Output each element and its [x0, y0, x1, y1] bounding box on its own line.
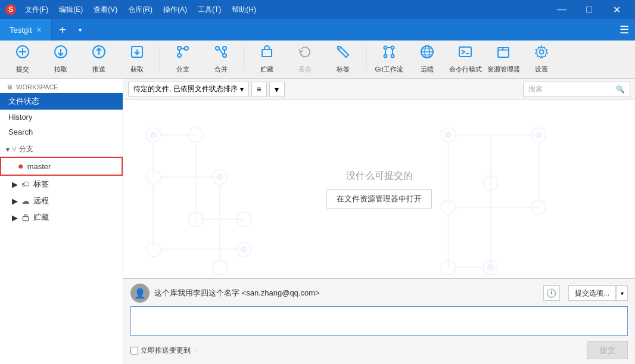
minimize-button[interactable]: —: [548, 0, 575, 19]
tag-label: 标签: [337, 65, 350, 74]
close-button[interactable]: ✕: [603, 0, 630, 19]
gitflow-icon: [382, 45, 396, 63]
tab-dropdown-button[interactable]: ▾: [73, 19, 88, 41]
branch-master-label: master: [27, 162, 51, 171]
svg-point-18: [339, 48, 341, 49]
fetch-label: 获取: [130, 65, 144, 74]
fetch-button[interactable]: 获取: [119, 43, 155, 76]
sidebar-item-history[interactable]: History: [0, 110, 123, 125]
app-logo: S: [5, 4, 17, 15]
gitflow-button[interactable]: Git工作流: [371, 43, 407, 76]
svg-point-36: [150, 132, 156, 138]
menu-file[interactable]: 文件(F): [20, 4, 53, 16]
tab-testgit[interactable]: Testgit ×: [0, 19, 52, 41]
hamburger-menu-button[interactable]: ☰: [614, 19, 635, 41]
push-label: 推送: [92, 65, 105, 74]
view-dropdown-button[interactable]: ▾: [269, 82, 285, 97]
commit-options-dropdown-button[interactable]: ▾: [616, 285, 628, 301]
view-mode-button[interactable]: ≡: [251, 82, 267, 97]
branch-icon: [176, 45, 190, 63]
sidebar-item-search[interactable]: Search: [0, 125, 123, 139]
push-checkbox[interactable]: [130, 347, 138, 354]
monitor-icon: 🖥: [6, 83, 13, 91]
tags-section[interactable]: ▶ 🏷 标签: [0, 176, 123, 192]
remote-section[interactable]: ▶ ☁ 远程: [0, 192, 123, 209]
commit-header: 👤 这个库我用李四这个名字 <san.zhang@qq.com> 🕐 提交选项.…: [130, 284, 628, 303]
svg-point-33: [540, 50, 544, 54]
search-placeholder: 搜索: [528, 84, 543, 94]
commit-footer: 立即推送变更到 · 提交: [130, 341, 628, 359]
menu-actions[interactable]: 操作(A): [158, 4, 192, 16]
remote-label: 远端: [421, 65, 434, 74]
filter-select[interactable]: 待定的文件, 已依照文件状态排序 ▾: [128, 82, 249, 97]
maximize-button[interactable]: □: [575, 0, 603, 19]
svg-point-11: [178, 54, 181, 57]
terminal-label: 命令行模式: [449, 65, 482, 74]
branch-dot-icon: ●: [18, 161, 24, 172]
menu-edit[interactable]: 编辑(E): [54, 4, 88, 16]
window-controls: — □ ✕: [548, 0, 630, 19]
push-icon: [92, 45, 106, 63]
menu-repo[interactable]: 仓库(R): [123, 4, 157, 16]
svg-point-10: [185, 46, 188, 50]
content-search[interactable]: 搜索 🔍: [523, 82, 630, 97]
commit-area: 👤 这个库我用李四这个名字 <san.zhang@qq.com> 🕐 提交选项.…: [123, 278, 635, 364]
branches-section[interactable]: ▾ ⑂ 分支: [0, 139, 123, 157]
remote-button[interactable]: 远端: [409, 43, 445, 76]
svg-point-15: [223, 46, 226, 50]
stash-button[interactable]: 贮藏: [249, 43, 285, 76]
expand-icon-stash: ▶: [12, 213, 18, 222]
svg-point-56: [446, 132, 452, 138]
commit-submit-button[interactable]: 提交: [587, 341, 628, 359]
merge-button[interactable]: 合并: [203, 43, 239, 76]
tag-button[interactable]: 标签: [325, 43, 361, 76]
svg-rect-17: [262, 49, 272, 57]
tag-section-icon: 🏷: [21, 179, 30, 189]
settings-button[interactable]: 设置: [524, 43, 559, 76]
commit-options-button[interactable]: 提交选项...: [568, 285, 616, 301]
commit-button[interactable]: 提交: [5, 43, 41, 76]
stash-section[interactable]: ▶ 贮藏: [0, 209, 123, 226]
push-link[interactable]: ·: [194, 346, 196, 354]
pull-icon: [54, 45, 68, 63]
commit-options-group: 提交选项... ▾: [568, 285, 628, 301]
menu-tools[interactable]: 工具(T): [193, 4, 226, 16]
commit-user: 这个库我用李四这个名字 <san.zhang@qq.com>: [154, 288, 538, 298]
open-explorer-button[interactable]: 在文件资源管理器中打开: [326, 189, 432, 209]
commit-message-input[interactable]: [130, 306, 628, 336]
explorer-button[interactable]: 资源管理器: [485, 43, 521, 76]
svg-point-20: [391, 46, 394, 49]
branch-master[interactable]: ● master: [0, 157, 123, 176]
tab-label: Testgit: [10, 26, 32, 35]
svg-point-14: [223, 54, 226, 57]
branch-section-icon: ⑂: [12, 145, 17, 154]
terminal-button[interactable]: 命令行模式: [447, 43, 483, 76]
discard-button[interactable]: 丢弃: [287, 43, 323, 76]
commit-time-button[interactable]: 🕐: [543, 285, 560, 301]
workspace-area: 没什么可提交的 在文件资源管理器中打开: [123, 100, 635, 278]
remote-icon: [420, 45, 434, 63]
pull-button[interactable]: 拉取: [43, 43, 79, 76]
branch-button[interactable]: 分支: [165, 43, 201, 76]
filter-label: 待定的文件, 已依照文件状态排序: [133, 84, 238, 94]
search-icon: 🔍: [616, 85, 625, 94]
menu-view[interactable]: 查看(V): [89, 4, 122, 16]
commit-options-dropdown-icon: ▾: [621, 290, 624, 297]
stash-label: 贮藏: [260, 65, 273, 74]
settings-label: 设置: [535, 65, 548, 74]
tab-close-icon[interactable]: ×: [37, 25, 42, 35]
push-button[interactable]: 推送: [81, 43, 117, 76]
content-toolbar: 待定的文件, 已依照文件状态排序 ▾ ≡ ▾ 搜索 🔍: [123, 79, 635, 100]
settings-icon: [534, 45, 549, 63]
svg-point-67: [487, 265, 493, 270]
sidebar-item-file-status[interactable]: 文件状态: [0, 93, 123, 110]
fetch-icon: [130, 45, 144, 63]
new-tab-button[interactable]: +: [52, 19, 73, 41]
menu-help[interactable]: 帮助(H): [227, 4, 261, 16]
stash-icon: [260, 45, 274, 63]
svg-rect-34: [23, 217, 28, 221]
commit-icon: [15, 45, 30, 63]
toolbar-separator-1: [160, 48, 160, 71]
filter-dropdown-icon: ▾: [240, 85, 244, 94]
terminal-icon: [458, 45, 472, 63]
